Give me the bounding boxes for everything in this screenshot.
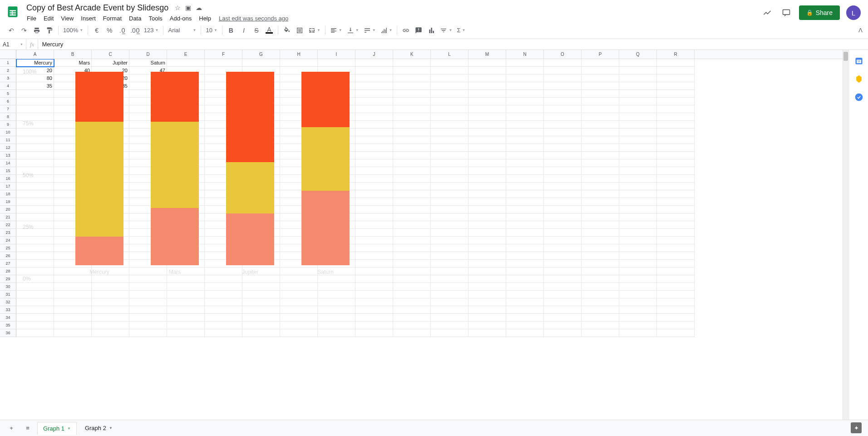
cell[interactable]	[431, 229, 469, 237]
cell[interactable]	[54, 144, 92, 152]
cell[interactable]	[242, 90, 280, 98]
cell[interactable]	[506, 59, 544, 67]
cell[interactable]	[393, 190, 431, 198]
cell[interactable]	[506, 67, 544, 74]
cell[interactable]	[657, 268, 695, 275]
sheet-tab-inactive[interactable]: Graph 2▼	[79, 422, 118, 434]
cell[interactable]	[657, 167, 695, 175]
cell[interactable]	[54, 183, 92, 190]
cell[interactable]	[54, 329, 92, 337]
cell[interactable]	[54, 190, 92, 198]
cell[interactable]	[16, 306, 54, 314]
row-header[interactable]: 27	[0, 260, 16, 268]
cell[interactable]	[92, 260, 129, 268]
cell[interactable]	[393, 283, 431, 291]
cell[interactable]	[129, 275, 167, 283]
cell[interactable]	[280, 229, 318, 237]
cell[interactable]	[280, 306, 318, 314]
cell[interactable]	[92, 275, 129, 283]
cell[interactable]	[242, 291, 280, 298]
row-header[interactable]: 5	[0, 90, 16, 98]
row-header[interactable]: 23	[0, 229, 16, 237]
zoom-dropdown[interactable]: 100%▼	[61, 25, 85, 36]
cell[interactable]	[431, 159, 469, 167]
cell[interactable]	[469, 322, 506, 329]
cell[interactable]	[544, 152, 582, 159]
cell[interactable]	[544, 275, 582, 283]
cell[interactable]	[431, 306, 469, 314]
cell[interactable]	[469, 175, 506, 183]
row-header[interactable]: 6	[0, 98, 16, 105]
cell[interactable]	[92, 268, 129, 275]
cell[interactable]	[619, 291, 657, 298]
column-header[interactable]: G	[242, 50, 280, 59]
cell[interactable]	[280, 198, 318, 206]
cell[interactable]	[54, 113, 92, 121]
cell[interactable]	[506, 105, 544, 113]
cell[interactable]	[393, 136, 431, 144]
cell[interactable]	[167, 198, 205, 206]
cell[interactable]	[657, 229, 695, 237]
borders-button[interactable]	[294, 25, 306, 36]
cell[interactable]	[431, 314, 469, 322]
cell[interactable]	[16, 206, 54, 213]
cell[interactable]	[280, 105, 318, 113]
cell[interactable]	[355, 67, 393, 74]
cell[interactable]	[54, 275, 92, 283]
cell[interactable]	[619, 260, 657, 268]
cell[interactable]	[280, 129, 318, 136]
cell[interactable]	[469, 159, 506, 167]
cell[interactable]	[657, 306, 695, 314]
cell[interactable]	[582, 113, 619, 121]
cell[interactable]	[318, 322, 355, 329]
cell[interactable]	[54, 121, 92, 129]
cell[interactable]	[54, 260, 92, 268]
cell[interactable]	[657, 159, 695, 167]
cell[interactable]	[280, 213, 318, 221]
cell[interactable]	[582, 67, 619, 74]
cell[interactable]	[355, 268, 393, 275]
menu-file[interactable]: File	[24, 14, 39, 23]
cell[interactable]	[393, 213, 431, 221]
cell[interactable]	[619, 206, 657, 213]
cell[interactable]	[280, 90, 318, 98]
cell[interactable]	[469, 59, 506, 67]
cell[interactable]	[393, 198, 431, 206]
cell[interactable]	[167, 159, 205, 167]
cell[interactable]	[544, 314, 582, 322]
cell[interactable]	[506, 129, 544, 136]
cell[interactable]	[544, 213, 582, 221]
cell[interactable]	[92, 167, 129, 175]
cell[interactable]	[167, 244, 205, 252]
cell[interactable]: Mars	[54, 59, 92, 67]
menu-help[interactable]: Help	[196, 14, 214, 23]
cell[interactable]	[318, 67, 355, 74]
cell[interactable]	[544, 268, 582, 275]
cell[interactable]	[431, 283, 469, 291]
keep-addon-icon[interactable]	[854, 74, 863, 84]
cell[interactable]	[318, 221, 355, 229]
cell[interactable]: 35	[129, 82, 167, 90]
cell[interactable]	[506, 144, 544, 152]
cell[interactable]	[16, 298, 54, 306]
cell[interactable]	[619, 221, 657, 229]
cell[interactable]	[506, 244, 544, 252]
cell[interactable]	[355, 260, 393, 268]
cell[interactable]	[92, 244, 129, 252]
cell[interactable]	[355, 129, 393, 136]
cell[interactable]	[619, 113, 657, 121]
cell[interactable]	[431, 298, 469, 306]
cell[interactable]	[167, 144, 205, 152]
cell[interactable]	[16, 252, 54, 260]
vertical-scrollbar[interactable]	[843, 50, 849, 420]
cell[interactable]	[54, 314, 92, 322]
column-header[interactable]: E	[167, 50, 205, 59]
comment-button[interactable]	[413, 25, 424, 36]
cell[interactable]	[129, 113, 167, 121]
cell[interactable]	[657, 144, 695, 152]
cell[interactable]	[54, 105, 92, 113]
cell[interactable]	[92, 221, 129, 229]
cell[interactable]	[619, 213, 657, 221]
cell[interactable]	[54, 136, 92, 144]
cell[interactable]	[16, 159, 54, 167]
